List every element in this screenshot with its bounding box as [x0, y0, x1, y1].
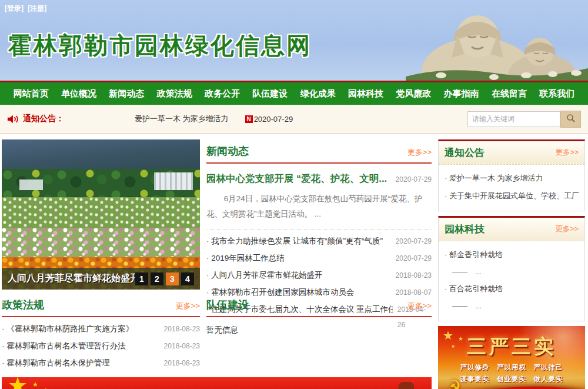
nav-item-gov-affairs[interactable]: 政务公开 [205, 88, 240, 99]
featured-news-summary: 6月24日，园林中心党支部在敖包山芍药园开展“爱花、护花、文明赏花”主题党日活动… [206, 191, 432, 230]
main-content: 人间八月芳菲尽霍市鲜花始盛开 1 2 3 4 新闻动态 更多>> 园林中心党支部… [0, 134, 588, 389]
star-icon: ★ [32, 381, 38, 388]
policy-item-link[interactable]: 霍林郭勒市古树名木保护管理 [2, 354, 110, 371]
team-section-title: 队伍建设 [206, 298, 249, 312]
genghis-khan-statues-image [406, 0, 588, 83]
garden-tech-panel-title: 园林科技 [445, 222, 485, 236]
notices-panel-body: 爱护一草一木 为家乡增活力 关于集中开展花园式单位、学校、工厂... [439, 165, 584, 211]
featured-news-link[interactable]: 园林中心党支部开展 “爱花、护花、文明... [206, 172, 391, 185]
featured-news: 园林中心党支部开展 “爱花、护花、文明... 2020-07-29 [206, 172, 432, 185]
tech-item-link[interactable]: 郁金香引种栽培 [445, 246, 579, 264]
nav-item-home[interactable]: 网站首页 [14, 88, 49, 99]
notice-label: 通知公告： [23, 114, 64, 124]
nav-item-greening-results[interactable]: 绿化成果 [300, 88, 336, 99]
garden-tech-panel-header: 园林科技 更多>> [439, 218, 584, 241]
carousel-caption-link[interactable]: 人间八月芳菲尽霍市鲜花始盛开 [8, 272, 135, 285]
carousel-photo-meadow [2, 197, 200, 228]
nav-item-party-conduct[interactable]: 党风廉政 [396, 88, 431, 99]
notices-panel-title: 通知公告 [445, 146, 485, 159]
news-item-date: 2018-08-23 [391, 268, 432, 284]
policy-item-date: 2018-08-23 [159, 356, 200, 371]
nav-item-about[interactable]: 单位概况 [61, 88, 96, 99]
carousel-caption-bar: 人间八月芳菲尽霍市鲜花始盛开 1 2 3 4 [2, 268, 200, 290]
news-item-link[interactable]: 2019年园林工作总结 [206, 250, 285, 267]
nav-item-contact[interactable]: 联系我们 [539, 88, 574, 99]
list-item: 2019年园林工作总结 2020-07-29 [206, 250, 432, 267]
team-more-link[interactable]: 更多>> [407, 301, 432, 311]
notice-date: 2020-07-29 [254, 115, 293, 124]
three-stricts-poster-banner[interactable]: ★ ★ ★ 三严三实 严以修身 严以用权 严以律己 谋事要实 创业要实 做人要实… [438, 326, 585, 389]
auth-links: [登录] [注册] [5, 4, 49, 14]
team-building-section: 队伍建设 更多>> 暂无信息 [206, 298, 432, 371]
carousel-page-2[interactable]: 2 [151, 272, 163, 285]
policy-item-date: 2018-08-23 [159, 322, 200, 337]
search-icon [566, 114, 576, 125]
star-icon: ★ [8, 377, 28, 389]
carousel-pager: 1 2 3 4 [135, 272, 194, 285]
notice-item-link[interactable]: 关于集中开展花园式单位、学校、工厂... [445, 187, 579, 205]
statue-silhouette [399, 382, 414, 389]
list-item: 霍林郭勒市古树名木保护管理 2018-08-23 [2, 354, 200, 371]
garden-tech-panel-body: 郁金香引种栽培 —— ... 百合花引种栽培 —— ... [439, 241, 584, 321]
policy-item-link[interactable]: 霍林郭勒市古树名木管理暂行办法 [2, 337, 126, 354]
new-badge-icon: N [245, 115, 253, 123]
news-item-date: 2020-07-29 [391, 251, 432, 267]
notices-panel: 通知公告 更多>> 爱护一草一木 为家乡增活力 关于集中开展花园式单位、学校、工… [438, 139, 585, 211]
main-navigation: 网站首页 单位概况 新闻动态 政策法规 政务公开 队伍建设 绿化成果 园林科技 … [0, 81, 588, 105]
policies-section-header: 政策法规 更多>> [2, 298, 200, 317]
speaker-icon [7, 114, 18, 124]
star-icon: ★ [451, 344, 455, 349]
login-link[interactable]: [登录] [5, 4, 24, 12]
star-icon: ★ [43, 387, 49, 389]
policy-item-link[interactable]: 《霍林郭勒市林荫路推广实施方案》 [2, 320, 133, 337]
tech-item-sub: —— ... [445, 264, 579, 281]
search-button[interactable] [560, 111, 581, 128]
search-input[interactable] [467, 111, 560, 127]
carousel-page-4[interactable]: 4 [181, 272, 194, 285]
garden-tech-more-link[interactable]: 更多>> [555, 224, 579, 234]
carousel-photo-hills [2, 139, 200, 169]
search-area [467, 111, 581, 128]
policies-more-link[interactable]: 更多>> [176, 301, 200, 311]
carousel-photo-building [154, 172, 193, 190]
carousel-photo-building [19, 179, 43, 190]
star-icon: ★ [443, 328, 453, 343]
tech-item-sub: —— ... [445, 298, 579, 315]
nav-item-online-message[interactable]: 在线留言 [492, 88, 527, 99]
news-section-title: 新闻动态 [206, 144, 249, 158]
nav-item-news[interactable]: 新闻动态 [109, 88, 144, 99]
carousel-photo-trees [2, 169, 200, 197]
news-item-date: 2020-07-29 [391, 234, 432, 250]
policy-item-date: 2018-08-23 [159, 339, 200, 354]
news-more-link[interactable]: 更多>> [407, 147, 432, 158]
nav-item-team-building[interactable]: 队伍建设 [252, 88, 288, 99]
carousel-page-3-active[interactable]: 3 [166, 272, 179, 285]
site-header: [登录] [注册] 霍林郭勒市园林绿化信息网 [0, 0, 588, 81]
garden-tech-panel: 园林科技 更多>> 郁金香引种栽培 —— ... 百合花引种栽培 —— ... [438, 216, 585, 321]
notices-panel-header: 通知公告 更多>> [439, 141, 584, 165]
nav-item-policies[interactable]: 政策法规 [157, 88, 192, 99]
news-item-link[interactable]: 人间八月芳菲尽霍市鲜花始盛开 [206, 267, 322, 284]
nav-item-garden-tech[interactable]: 园林科技 [348, 88, 383, 99]
nav-item-service-guide[interactable]: 办事指南 [444, 88, 479, 99]
policies-section-title: 政策法规 [2, 298, 44, 312]
team-empty-message: 暂无信息 [206, 325, 432, 335]
photo-carousel[interactable]: 人间八月芳菲尽霍市鲜花始盛开 1 2 3 4 [2, 139, 200, 290]
news-section-header: 新闻动态 更多>> [206, 144, 432, 164]
notice-bar: 通知公告： 爱护一草一木 为家乡增活力 N 2020-07-29 [0, 105, 588, 134]
register-link[interactable]: [注册] [28, 4, 46, 12]
list-item: 我市全力助推绿色发展 让城市有“颜值”更有“气质” 2020-07-29 [206, 232, 432, 250]
news-item-link[interactable]: 我市全力助推绿色发展 让城市有“颜值”更有“气质” [206, 232, 383, 250]
tech-item-link[interactable]: 百合花引种栽培 [445, 280, 579, 298]
featured-news-date: 2020-07-29 [396, 175, 432, 184]
list-item: 人间八月芳菲尽霍市鲜花始盛开 2018-08-23 [206, 267, 432, 284]
carousel-page-1[interactable]: 1 [135, 272, 148, 285]
policies-list: 《霍林郭勒市林荫路推广实施方案》 2018-08-23 霍林郭勒市古树名木管理暂… [2, 320, 200, 371]
red-propaganda-banner[interactable]: ★ ★ ★ ★ ★ [2, 377, 432, 389]
notice-marquee-link[interactable]: 爱护一草一木 为家乡增活力 [135, 114, 229, 124]
notice-item-link[interactable]: 爱护一草一木 为家乡增活力 [445, 169, 579, 187]
notices-more-link[interactable]: 更多>> [555, 148, 579, 158]
carousel-photo-pink-flowers [2, 228, 200, 257]
poster-slogan-line: 严以修身 严以用权 严以律己 [438, 363, 585, 372]
news-section: 新闻动态 更多>> 园林中心党支部开展 “爱花、护花、文明... 2020-07… [206, 144, 432, 290]
